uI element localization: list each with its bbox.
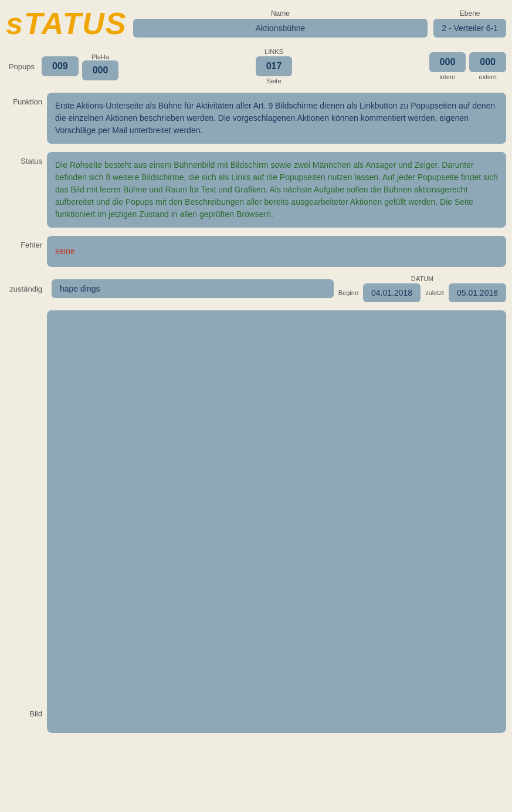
status-content: Die Rohseite besteht aus einem Bühnenbil… xyxy=(47,152,506,228)
fehler-label: Fehler xyxy=(6,236,47,249)
links-label: LINKS xyxy=(265,48,283,55)
fehler-row: Fehler keine xyxy=(6,236,506,267)
intern-label: intern xyxy=(439,73,456,80)
bild-label: Bild xyxy=(6,310,47,718)
ebene-field[interactable]: 2 - Verteiler 6-1 xyxy=(433,19,506,38)
popups-value[interactable]: 009 xyxy=(42,56,79,76)
fehler-content: keine xyxy=(47,236,506,267)
header-row: sTATUS Name Aktionsbühne Ebene 2 - Verte… xyxy=(6,6,506,41)
plaha-item: PlaHa 000 xyxy=(82,52,119,80)
beginn-value[interactable]: 04.01.2018 xyxy=(363,283,421,302)
popups-count-item: 009 xyxy=(42,56,79,76)
ebene-label: Ebene xyxy=(460,9,480,18)
zustandig-label: zuständig xyxy=(6,285,47,293)
seite-item: 017 Seite xyxy=(256,56,293,84)
funktion-row: Funktion Erste Aktions-Unterseite als Bü… xyxy=(6,93,506,144)
header-name-group: Name Aktionsbühne xyxy=(133,9,428,38)
datum-group: DATUM Beginn 04.01.2018 zuletzt 05.01.20… xyxy=(338,275,506,302)
status-text-box[interactable]: Die Rohseite besteht aus einem Bühnenbil… xyxy=(47,152,506,228)
name-field[interactable]: Aktionsbühne xyxy=(133,19,428,38)
zuletzt-value[interactable]: 05.01.2018 xyxy=(449,283,506,302)
popups-label: Popups xyxy=(6,62,38,71)
links-group: LINKS 017 Seite xyxy=(122,48,425,84)
datum-sub-row: Beginn 04.01.2018 zuletzt 05.01.2018 xyxy=(338,283,506,302)
datum-label: DATUM xyxy=(411,275,433,282)
funktion-content: Erste Aktions-Unterseite als Bühne für A… xyxy=(47,93,506,144)
header-ebene-group: Ebene 2 - Verteiler 6-1 xyxy=(433,9,506,38)
intern-value[interactable]: 000 xyxy=(429,52,466,72)
funktion-text-box[interactable]: Erste Aktions-Unterseite als Bühne für A… xyxy=(47,93,506,144)
app-title: sTATUS xyxy=(6,6,127,41)
extern-label: extern xyxy=(479,73,497,80)
zustandig-row: zuständig hape dings DATUM Beginn 04.01.… xyxy=(6,275,506,302)
plaha-label: PlaHa xyxy=(91,53,109,60)
fehler-text-box[interactable]: keine xyxy=(47,236,506,267)
seite-value[interactable]: 017 xyxy=(256,56,293,76)
status-label: Status xyxy=(6,152,47,165)
beginn-label: Beginn xyxy=(338,289,358,296)
status-row: Status Die Rohseite besteht aus einem Bü… xyxy=(6,152,506,228)
popups-row: Popups 009 PlaHa 000 LINKS 017 Seite 000… xyxy=(6,48,506,84)
zuletzt-label: zuletzt xyxy=(425,289,444,296)
bild-row: Bild xyxy=(6,310,506,733)
extern-item: 000 extern xyxy=(469,52,506,80)
intern-item: 000 intern xyxy=(429,52,466,80)
seite-label: Seite xyxy=(266,77,281,84)
funktion-label: Funktion xyxy=(6,93,47,106)
plaha-value[interactable]: 000 xyxy=(82,60,119,80)
bild-box[interactable] xyxy=(47,310,506,733)
name-label: Name xyxy=(271,9,290,18)
zustandig-name[interactable]: hape dings xyxy=(52,279,334,298)
extern-value[interactable]: 000 xyxy=(469,52,506,72)
